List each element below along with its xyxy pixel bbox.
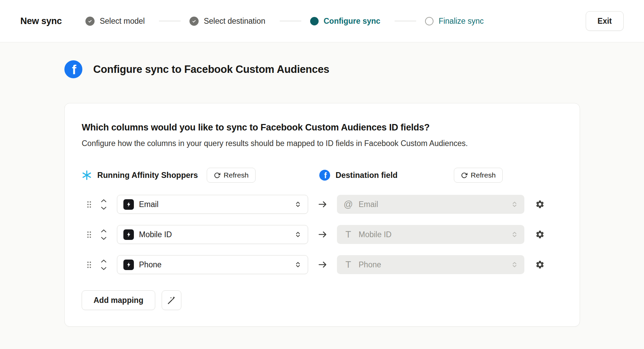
step-select-model[interactable]: Select model: [85, 17, 145, 26]
select-chevrons-icon: [294, 231, 302, 238]
snowflake-icon: [82, 170, 92, 180]
text-icon: T: [343, 229, 354, 240]
source-column-value: Email: [139, 200, 159, 209]
move-up-button[interactable]: [101, 259, 107, 263]
destination-field-value: Email: [359, 200, 378, 209]
select-chevrons-icon: [511, 261, 518, 268]
column-type-icon: [123, 199, 134, 210]
active-dot-icon: [310, 17, 319, 25]
refresh-icon: [214, 172, 220, 179]
select-chevrons-icon: [294, 261, 302, 268]
drag-handle-icon[interactable]: [86, 201, 92, 208]
move-down-button[interactable]: [101, 237, 107, 240]
facebook-icon: f: [64, 60, 82, 78]
source-column-select[interactable]: Mobile ID: [117, 225, 308, 244]
arrow-right-icon: [308, 260, 337, 270]
move-up-button[interactable]: [101, 199, 107, 203]
page-title: Configure sync to Facebook Custom Audien…: [93, 63, 329, 76]
destination-refresh-button[interactable]: Refresh: [454, 168, 503, 183]
step-configure-sync[interactable]: Configure sync: [310, 17, 380, 26]
destination-field-value: Mobile ID: [359, 230, 391, 239]
source-column-value: Phone: [139, 260, 162, 269]
autofill-mappings-button[interactable]: [162, 290, 181, 310]
empty-circle-icon: [425, 17, 434, 25]
refresh-icon: [461, 172, 467, 179]
destination-field-select: T Phone: [337, 255, 524, 274]
row-settings-button[interactable]: [535, 200, 545, 209]
reorder-controls: [101, 259, 107, 270]
refresh-label: Refresh: [224, 171, 249, 179]
destination-field-title: Destination field: [336, 171, 398, 180]
step-connector: [395, 21, 416, 21]
arrow-right-icon: [308, 199, 337, 209]
row-settings-button[interactable]: [535, 260, 545, 269]
step-label: Select destination: [204, 17, 265, 26]
check-circle-icon: [85, 17, 95, 26]
source-model-name: Running Affinity Shoppers: [97, 171, 198, 180]
card-subheading: Configure how the columns in your query …: [82, 139, 563, 148]
select-chevrons-icon: [294, 201, 302, 208]
mapping-rows: Email @ Email: [82, 195, 563, 274]
text-icon: T: [343, 260, 354, 270]
destination-field-value: Phone: [359, 260, 381, 269]
mapping-card: Which columns would you like to sync to …: [64, 103, 580, 327]
select-chevrons-icon: [511, 231, 518, 238]
column-type-icon: [123, 260, 134, 270]
facebook-icon: f: [319, 170, 330, 181]
stepper: Select model Select destination Configur…: [85, 17, 484, 26]
step-finalize-sync[interactable]: Finalize sync: [425, 17, 484, 26]
source-column-select[interactable]: Phone: [117, 255, 308, 274]
gear-icon: [535, 260, 545, 269]
destination-field-select: T Mobile ID: [337, 225, 524, 244]
reorder-controls: [101, 199, 107, 210]
page-heading: f Configure sync to Facebook Custom Audi…: [64, 60, 644, 78]
gear-icon: [535, 200, 545, 209]
drag-handle-icon[interactable]: [86, 231, 92, 239]
at-icon: @: [343, 199, 354, 210]
step-label: Configure sync: [324, 17, 380, 26]
add-mapping-button[interactable]: Add mapping: [82, 290, 155, 310]
row-settings-button[interactable]: [535, 230, 545, 239]
columns-header: Running Affinity Shoppers Refresh f Dest…: [82, 167, 563, 183]
wizard-title: New sync: [20, 16, 62, 26]
magic-wand-icon: [167, 296, 176, 305]
destination-field-select: @ Email: [337, 195, 524, 214]
arrow-right-icon: [308, 229, 337, 240]
gear-icon: [535, 230, 545, 239]
step-label: Finalize sync: [439, 17, 484, 26]
card-heading: Which columns would you like to sync to …: [82, 122, 563, 133]
drag-handle-icon[interactable]: [86, 261, 92, 269]
select-chevrons-icon: [511, 201, 518, 208]
check-circle-icon: [189, 17, 199, 26]
mapping-row: Phone T Phone: [82, 255, 563, 274]
mapping-row: Mobile ID T Mobile ID: [82, 225, 563, 244]
move-up-button[interactable]: [101, 229, 107, 233]
mapping-row: Email @ Email: [82, 195, 563, 214]
source-column-value: Mobile ID: [139, 230, 172, 239]
column-type-icon: [123, 229, 134, 240]
card-actions: Add mapping: [82, 290, 563, 310]
top-bar: New sync Select model Select destination…: [0, 0, 644, 42]
refresh-label: Refresh: [471, 171, 496, 179]
destination-column-header: f Destination field Refresh: [319, 167, 503, 183]
move-down-button[interactable]: [101, 267, 107, 270]
step-label: Select model: [100, 17, 145, 26]
step-connector: [159, 21, 181, 21]
exit-button[interactable]: Exit: [586, 11, 624, 31]
source-refresh-button[interactable]: Refresh: [207, 168, 256, 183]
source-column-header: Running Affinity Shoppers Refresh: [82, 168, 256, 183]
step-connector: [280, 21, 301, 21]
move-down-button[interactable]: [101, 206, 107, 210]
source-column-select[interactable]: Email: [117, 195, 308, 214]
main-content: f Configure sync to Facebook Custom Audi…: [0, 42, 644, 327]
step-select-destination[interactable]: Select destination: [189, 17, 265, 26]
reorder-controls: [101, 229, 107, 240]
